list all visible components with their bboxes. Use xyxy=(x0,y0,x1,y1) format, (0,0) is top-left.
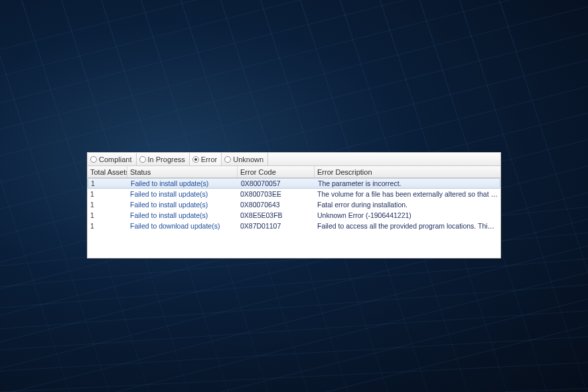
table-header: Total Assets ▼ Status Error Code Error D… xyxy=(88,166,500,178)
status-link[interactable]: Failed to download update(s) xyxy=(130,222,220,230)
column-error-description[interactable]: Error Description xyxy=(315,166,500,177)
cell-assets: 1 xyxy=(88,179,128,187)
column-total-assets[interactable]: Total Assets ▼ xyxy=(88,166,127,177)
cell-code: 0X800703EE xyxy=(238,190,315,198)
cell-assets: 1 xyxy=(88,211,127,219)
svg-line-35 xyxy=(0,279,588,339)
tab-label: Unknown xyxy=(233,155,263,163)
column-label: Status xyxy=(130,168,151,176)
status-link[interactable]: Failed to install update(s) xyxy=(130,201,208,209)
svg-line-16 xyxy=(0,326,588,392)
svg-line-39 xyxy=(0,385,588,392)
table-body: 1 Failed to install update(s) 0X80070057… xyxy=(88,178,500,258)
column-status[interactable]: Status xyxy=(127,166,238,177)
radio-icon xyxy=(192,156,199,163)
radio-icon xyxy=(224,156,231,163)
table-row[interactable]: 1 Failed to install update(s) 0X800703EE… xyxy=(88,189,500,199)
radio-icon xyxy=(90,156,97,163)
status-link[interactable]: Failed to install update(s) xyxy=(130,190,208,198)
svg-line-36 xyxy=(0,306,588,359)
cell-desc: The parameter is incorrect. xyxy=(315,179,500,187)
tab-unknown[interactable]: Unknown xyxy=(222,153,268,165)
table-row[interactable]: 1 Failed to install update(s) 0X80070643… xyxy=(88,199,500,210)
svg-line-38 xyxy=(0,359,588,392)
tab-compliant[interactable]: Compliant xyxy=(88,153,137,165)
svg-line-34 xyxy=(0,252,588,319)
column-label: Total Assets xyxy=(90,168,127,176)
table-row[interactable]: 1 Failed to install update(s) 0X8E5E03FB… xyxy=(88,210,500,221)
svg-line-15 xyxy=(0,299,588,392)
radio-icon xyxy=(139,156,146,163)
error-table: Total Assets ▼ Status Error Code Error D… xyxy=(88,166,500,258)
cell-assets: 1 xyxy=(88,222,127,230)
svg-line-37 xyxy=(0,332,588,379)
cell-code: 0X87D01107 xyxy=(238,222,315,230)
svg-line-31 xyxy=(0,0,93,392)
column-error-code[interactable]: Error Code xyxy=(238,166,315,177)
column-label: Error Description xyxy=(317,168,372,176)
column-label: Error Code xyxy=(240,168,276,176)
cell-desc: Unknown Error (-1906441221) xyxy=(315,211,500,219)
cell-assets: 1 xyxy=(88,190,127,198)
cell-code: 0X80070057 xyxy=(238,179,315,187)
svg-line-2 xyxy=(0,0,588,120)
tab-label: Compliant xyxy=(99,155,132,163)
error-panel: Compliant In Progress Error Unknown Tota… xyxy=(87,152,501,258)
cell-desc: The volume for a file has been externall… xyxy=(315,190,500,198)
svg-line-0 xyxy=(0,0,588,66)
tab-error[interactable]: Error xyxy=(190,153,222,165)
table-row[interactable]: 1 Failed to install update(s) 0X80070057… xyxy=(88,178,500,189)
status-link[interactable]: Failed to install update(s) xyxy=(131,179,208,187)
status-link[interactable]: Failed to install update(s) xyxy=(130,211,208,219)
svg-line-1 xyxy=(0,0,588,93)
svg-line-4 xyxy=(0,7,588,173)
tab-bar: Compliant In Progress Error Unknown xyxy=(88,153,500,166)
cell-code: 0X8E5E03FB xyxy=(238,211,315,219)
cell-assets: 1 xyxy=(88,201,127,209)
cell-desc: Fatal error during installation. xyxy=(315,201,500,209)
tab-in-progress[interactable]: In Progress xyxy=(137,153,190,165)
tab-label: In Progress xyxy=(148,155,185,163)
cell-desc: Failed to access all the provided progra… xyxy=(315,222,500,230)
cell-code: 0X80070643 xyxy=(238,201,315,209)
table-row[interactable]: 1 Failed to download update(s) 0X87D0110… xyxy=(88,221,500,231)
tab-label: Error xyxy=(201,155,217,163)
svg-line-14 xyxy=(0,272,588,392)
